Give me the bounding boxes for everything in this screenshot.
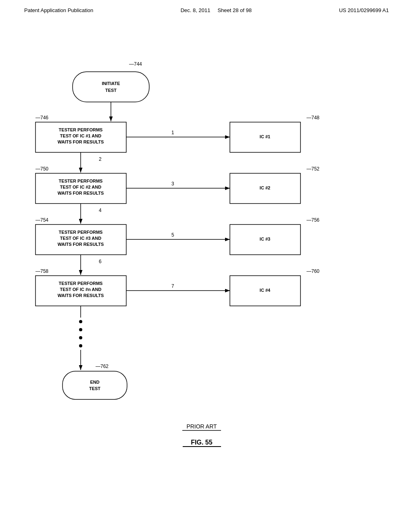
initiate-test-shape (73, 72, 149, 102)
header-date: Dec. 8, 2011 (181, 7, 211, 13)
end-test-shape (63, 371, 127, 399)
initiate-test-line2: TEST (105, 88, 117, 93)
fig-label: FIG. 55 (191, 439, 212, 446)
initiate-test-line1: INITIATE (102, 81, 120, 86)
testern-line2: TEST OF IC #n AND (60, 287, 102, 292)
arrow4-label: 4 (99, 208, 102, 213)
ref-754-label: —754 (35, 217, 48, 223)
tester1-line3: WAITS FOR RESULTS (58, 139, 104, 144)
ic4-label: IC #4 (260, 288, 271, 293)
ref-762-label: —762 (96, 364, 108, 369)
ref-760-label: —760 (307, 268, 319, 274)
ref-758-label: —758 (35, 268, 48, 274)
tester1-line2: TEST OF IC #1 AND (60, 133, 101, 138)
ref-756-label: —756 (307, 217, 319, 223)
ref-744-label: —744 (129, 61, 142, 67)
dot4 (79, 344, 82, 347)
page-header: Patent Application Publication Dec. 8, 2… (0, 0, 413, 17)
header-date-sheet: Dec. 8, 2011 Sheet 28 of 98 (181, 7, 252, 13)
diagram-area: —744 INITIATE TEST —746 TESTER PERFORMS … (0, 17, 413, 517)
flowchart-svg: —744 INITIATE TEST —746 TESTER PERFORMS … (0, 17, 413, 517)
testern-line1: TESTER PERFORMS (59, 281, 103, 286)
arrow3-label: 3 (171, 181, 174, 187)
ref-752-label: —752 (307, 166, 319, 172)
ic1-label: IC #1 (260, 134, 270, 139)
arrow5-label: 5 (171, 232, 174, 238)
tester2-line3: WAITS FOR RESULTS (58, 191, 104, 195)
ref-748-label: —748 (307, 115, 319, 121)
arrow6-label: 6 (99, 259, 102, 264)
ic3-label: IC #3 (260, 237, 270, 241)
tester3-line3: WAITS FOR RESULTS (58, 242, 104, 247)
dot1 (79, 320, 82, 323)
header-sheet: Sheet 28 of 98 (217, 7, 252, 13)
ic2-label: IC #2 (260, 185, 270, 190)
header-patent-num: US 2011/0299699 A1 (339, 7, 389, 13)
ref-750-label: —750 (35, 166, 48, 172)
arrow2-label: 2 (99, 156, 102, 162)
dot2 (79, 328, 82, 331)
arrow7-label: 7 (171, 283, 174, 289)
dot3 (79, 336, 82, 339)
tester3-line1: TESTER PERFORMS (59, 230, 103, 235)
tester3-line2: TEST OF IC #3 AND (60, 236, 101, 241)
end-test-line2: TEST (89, 386, 100, 391)
tester1-line1: TESTER PERFORMS (59, 127, 103, 132)
header-publication: Patent Application Publication (24, 7, 93, 13)
tester2-line2: TEST OF IC #2 AND (60, 185, 101, 189)
arrow1-label: 1 (171, 130, 174, 135)
end-test-line1: END (90, 380, 99, 384)
tester2-line1: TESTER PERFORMS (59, 179, 103, 183)
testern-line3: WAITS FOR RESULTS (58, 293, 104, 298)
ref-746-label: —746 (35, 115, 48, 121)
prior-art-label: PRIOR ART (186, 423, 217, 430)
